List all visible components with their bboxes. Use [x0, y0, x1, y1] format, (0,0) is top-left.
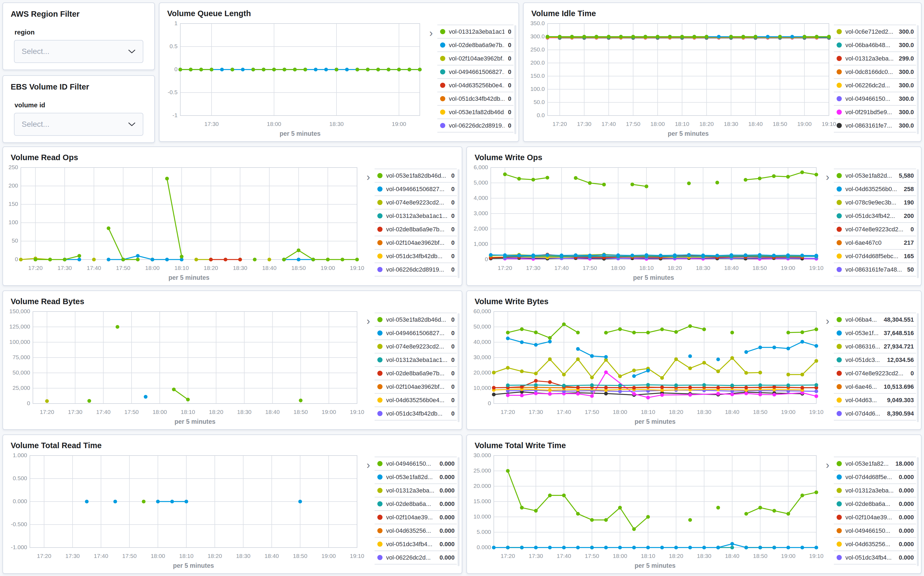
legend-item[interactable]: vol-074e8e9223cd2...0: [834, 366, 916, 380]
legend-item[interactable]: vol-07d4d68f5e...0.000: [834, 470, 916, 483]
legend-color-dot: [377, 541, 383, 547]
queue-length-chart[interactable]: 10.50-0.5-117:3018:0018:3019:00per 5 min…: [163, 19, 425, 138]
legend-scrollbar[interactable]: [917, 169, 919, 278]
legend-item[interactable]: vol-078c9e9ec3b...190: [834, 195, 916, 209]
legend-item[interactable]: vol-051dc34fb42db...0: [375, 249, 457, 262]
legend-scrollbar[interactable]: [457, 169, 460, 278]
legend-item[interactable]: vol-02f104ae3962bf...0: [437, 51, 513, 65]
legend-item[interactable]: vol-01312a3eba...299.0: [834, 51, 916, 65]
legend-item[interactable]: vol-6ae46...10,513.696: [834, 380, 916, 393]
legend-item[interactable]: vol-04d635256b0e4...0: [375, 393, 457, 406]
legend-item[interactable]: vol-051dc34fb42db...0: [375, 406, 457, 421]
legend-item[interactable]: vol-02f104ae39...0.000: [375, 510, 457, 524]
legend-scrollbar[interactable]: [514, 25, 516, 134]
legend-item[interactable]: vol-051dc34fb4...0.000: [375, 537, 457, 550]
legend-value: 0.000: [899, 501, 914, 507]
legend-item[interactable]: vol-053e1fa82d...0.000: [375, 470, 457, 483]
legend-collapse-icon[interactable]: ›: [362, 451, 375, 570]
legend-item[interactable]: vol-0f291bd5e9...300.0: [834, 105, 916, 118]
legend-scrollbar[interactable]: [917, 457, 919, 566]
svg-text:18:10: 18:10: [641, 409, 656, 415]
svg-text:15.000: 15.000: [473, 498, 491, 504]
legend-value: 0.000: [440, 527, 455, 534]
legend-item[interactable]: vol-0863161fe7a48...50: [834, 262, 916, 277]
panel-volume-queue-length: Volume Queue Length 10.50-0.5-117:3018:0…: [159, 2, 519, 142]
legend-scrollbar[interactable]: [917, 313, 919, 422]
svg-text:150: 150: [8, 201, 18, 207]
legend-item[interactable]: vol-051dc34fb42...200: [834, 209, 916, 222]
legend-collapse-icon[interactable]: ›: [821, 451, 834, 570]
legend-item[interactable]: vol-04d635256...0.000: [834, 537, 916, 550]
legend-scrollbar[interactable]: [457, 457, 460, 566]
svg-text:0: 0: [15, 256, 18, 262]
total-write-time-chart[interactable]: 30.00025.00020.00015.00010.0005.0000.000…: [470, 451, 821, 570]
legend-item[interactable]: vol-053e1f...37,648.516: [834, 326, 916, 339]
legend-item[interactable]: vol-049466150...0.000: [375, 457, 457, 470]
legend-item[interactable]: vol-01312a3eba1ac1...0: [437, 25, 513, 38]
legend-item[interactable]: vol-051dc34fb42db...0: [437, 92, 513, 105]
read-bytes-chart[interactable]: 150,000125,000100,00075,00050,00025,0000…: [6, 307, 362, 426]
legend-item[interactable]: vol-053e1fa82db46d...0: [375, 169, 457, 182]
legend-item[interactable]: vol-06ba46b48...300.0: [834, 38, 916, 51]
legend-item[interactable]: vol-049466150...0.000: [834, 524, 916, 537]
legend-item[interactable]: vol-07d4d68f5ebc...165: [834, 249, 916, 262]
legend-item[interactable]: vol-06226dc2d...300.0: [834, 78, 916, 92]
legend-item[interactable]: vol-053e1fa82db46d...0: [375, 313, 457, 326]
legend-item[interactable]: vol-04d635256b0e4...0: [437, 78, 513, 92]
total-read-time-chart[interactable]: 1.0000.5000.000-0.500-1.00017:2017:3017:…: [6, 451, 362, 570]
legend-item[interactable]: vol-02de8ba6a9e7b...0: [375, 366, 457, 380]
legend-item[interactable]: vol-01312a3eba...0.000: [375, 483, 457, 497]
legend-item[interactable]: vol-07d4d6...8,390.594: [834, 406, 916, 421]
legend-scrollbar[interactable]: [457, 313, 460, 422]
legend-item[interactable]: vol-074e8e9223cd2...0: [375, 195, 457, 209]
region-select[interactable]: Select...: [14, 40, 143, 63]
legend-item[interactable]: vol-02f104ae3962bf...0: [375, 236, 457, 249]
legend-collapse-icon[interactable]: ›: [425, 19, 437, 138]
legend-item[interactable]: vol-053e1fa82...18.000: [834, 457, 916, 470]
legend-item[interactable]: vol-01312a3eba1ac1...0: [375, 209, 457, 222]
legend-collapse-icon[interactable]: ›: [362, 307, 375, 426]
write-bytes-chart[interactable]: 60,00050,00040,00030,00020,00010,000017:…: [470, 307, 821, 426]
legend-value: 0: [451, 343, 455, 350]
legend-item[interactable]: vol-049466150...300.0: [834, 92, 916, 105]
legend-item[interactable]: vol-053e1fa82db46d...0: [437, 105, 513, 118]
legend-collapse-icon[interactable]: ›: [821, 163, 834, 282]
volume-id-select[interactable]: Select...: [14, 113, 143, 136]
legend-value: 300.0: [899, 28, 914, 35]
legend-item[interactable]: vol-074e8e9223cd2...0: [834, 222, 916, 236]
legend-item[interactable]: vol-04d635256b0...258: [834, 182, 916, 195]
legend-collapse-icon[interactable]: ›: [362, 163, 375, 282]
idle-time-chart[interactable]: 350.0300.0250.0200.0150.0100.050.00.017:…: [527, 19, 834, 138]
legend-item[interactable]: vol-0494661506827...0: [375, 182, 457, 195]
legend-item[interactable]: vol-0c6e712ed2...300.0: [834, 25, 916, 38]
legend-item[interactable]: vol-01312a3eba...0.000: [834, 483, 916, 497]
legend-item[interactable]: vol-0863161fe7...300.0: [834, 118, 916, 133]
legend-item[interactable]: vol-02de8ba6a...0.000: [375, 497, 457, 510]
legend-item[interactable]: vol-04d63...9,049.303: [834, 393, 916, 406]
legend-item[interactable]: vol-0494661506827...0: [375, 326, 457, 339]
legend-item[interactable]: vol-02de8ba6a9e7b...0: [437, 38, 513, 51]
legend-item[interactable]: vol-06226dc2d8919...0: [375, 262, 457, 277]
legend-item[interactable]: vol-053e1fa82d...5,580: [834, 169, 916, 182]
legend-item[interactable]: vol-06226dc2d8919...0: [437, 118, 513, 133]
legend-item[interactable]: vol-02f104ae3962bf...0: [375, 380, 457, 393]
legend-item[interactable]: vol-01312a3eba1ac1...0: [375, 353, 457, 366]
legend-item[interactable]: vol-02f104ae39...0.000: [834, 510, 916, 524]
write-ops-chart[interactable]: 6,0005,0004,0003,0002,0001,000017:2017:3…: [470, 163, 821, 282]
legend-item[interactable]: vol-051dc34fb4...0.000: [834, 550, 916, 565]
legend-item[interactable]: vol-02de8ba6a9e7b...0: [375, 222, 457, 236]
legend-item[interactable]: vol-6ae467c0217: [834, 236, 916, 249]
legend-item[interactable]: vol-0494661506827...0: [437, 65, 513, 78]
read-ops-chart[interactable]: 25020015010050017:2017:3017:4017:5018:00…: [6, 163, 362, 282]
legend-collapse-icon[interactable]: ›: [821, 307, 834, 426]
legend-item[interactable]: vol-04d635256...0.000: [375, 524, 457, 537]
legend-color-dot: [837, 371, 842, 376]
legend-item[interactable]: vol-02de8ba6a...0.000: [834, 497, 916, 510]
legend-item[interactable]: vol-0dc8166dc0...300.0: [834, 65, 916, 78]
legend-item[interactable]: vol-074e8e9223cd2...0: [375, 339, 457, 353]
legend-item[interactable]: vol-086316...27,934.721: [834, 339, 916, 353]
legend-item[interactable]: vol-051dc3...12,034.56: [834, 353, 916, 366]
legend-scrollbar[interactable]: [917, 25, 919, 134]
legend-item[interactable]: vol-06ba4...48,304.551: [834, 313, 916, 326]
legend-item[interactable]: vol-06226dc2d...0.000: [375, 550, 457, 565]
